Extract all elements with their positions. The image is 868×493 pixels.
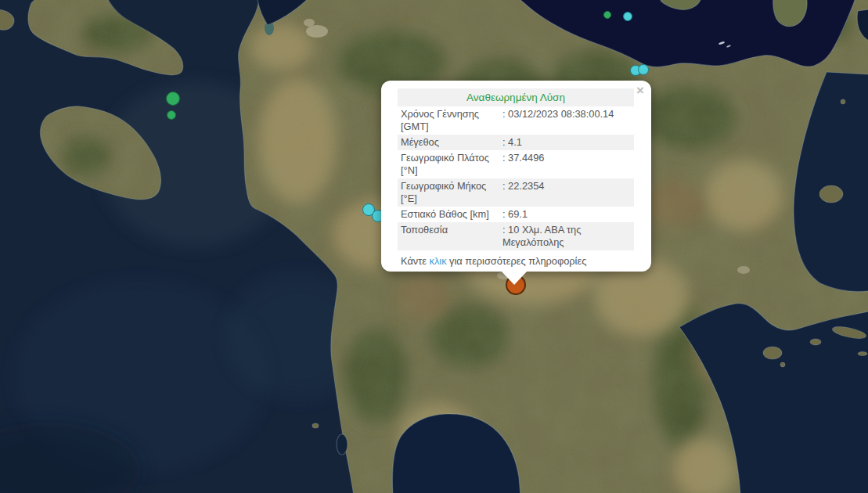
quake-marker-green-small[interactable]	[167, 110, 176, 120]
popup-pointer	[502, 272, 527, 285]
footer-text-suffix: για περισσότερες πληροφορίες	[447, 255, 587, 267]
quake-marker-cyan-coast-2[interactable]	[638, 64, 649, 75]
more-info-link[interactable]: κλικ	[430, 255, 447, 267]
row-value: : 37.4496	[502, 152, 631, 177]
quake-marker-green-north[interactable]	[603, 11, 611, 19]
row-value: : 4.1	[502, 136, 631, 149]
popup-footer: Κάντε κλικ για περισσότερες πληροφορίες	[398, 250, 634, 268]
row-value: : 22.2354	[502, 180, 631, 205]
row-label: Γεωγραφικό Μήκος [°E]	[401, 180, 502, 205]
row-value: : 03/12/2023 08:38:00.14	[502, 108, 631, 133]
row-label: Γεωγραφικό Πλάτος [°N]	[401, 152, 502, 177]
earthquake-info-popup: × Αναθεωρημένη Λύση Χρόνος Γέννησης [GMT…	[381, 81, 651, 272]
row-label: Τοποθεσία	[401, 224, 502, 249]
popup-title: Αναθεωρημένη Λύση	[398, 88, 634, 106]
row-value: : 69.1	[502, 208, 631, 221]
quake-marker-green-large[interactable]	[166, 92, 180, 106]
row-value: : 10 Χλμ. ΑΒΑ της Μεγαλόπολης	[502, 224, 631, 249]
row-label: Εστιακό Βάθος [km]	[401, 208, 502, 221]
quake-marker-cyan-north[interactable]	[623, 12, 632, 21]
row-label: Χρόνος Γέννησης [GMT]	[401, 108, 502, 133]
popup-row: Γεωγραφικό Μήκος [°E]: 22.2354	[398, 178, 634, 207]
popup-row: Τοποθεσία: 10 Χλμ. ΑΒΑ της Μεγαλόπολης	[398, 222, 634, 250]
popup-row: Εστιακό Βάθος [km]: 69.1	[398, 207, 634, 222]
row-label: Μέγεθος	[401, 136, 502, 149]
popup-row: Γεωγραφικό Πλάτος [°N]: 37.4496	[398, 150, 634, 178]
popup-row: Χρόνος Γέννησης [GMT]: 03/12/2023 08:38:…	[398, 106, 634, 135]
footer-text-prefix: Κάντε	[401, 255, 430, 267]
popup-row: Μέγεθος: 4.1	[398, 135, 634, 150]
close-icon[interactable]: ×	[636, 84, 644, 97]
popup-table: Χρόνος Γέννησης [GMT]: 03/12/2023 08:38:…	[398, 106, 634, 250]
